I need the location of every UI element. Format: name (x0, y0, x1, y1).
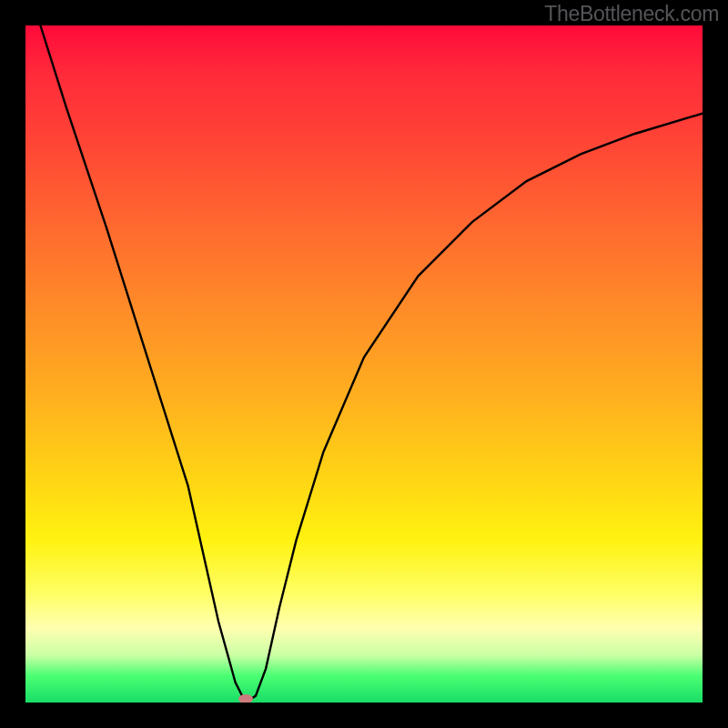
chart-frame: TheBottleneck.com (0, 0, 728, 728)
bottleneck-curve (25, 25, 703, 703)
plot-area (25, 25, 703, 703)
watermark-text: TheBottleneck.com (544, 2, 719, 26)
curve-svg (25, 25, 703, 703)
minimum-marker (238, 694, 253, 703)
